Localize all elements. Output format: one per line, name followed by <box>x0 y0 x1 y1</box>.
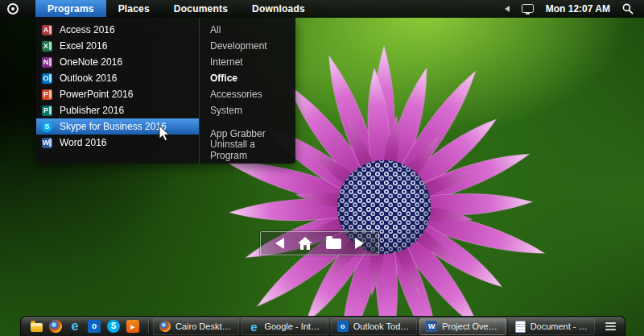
menu-item[interactable]: Programs <box>35 0 106 17</box>
forward-arrow-icon[interactable] <box>355 238 364 249</box>
window-title: Google - Intern... <box>264 321 321 331</box>
topbar-status-area: Mon 12:07 AM <box>505 3 644 15</box>
taskbar-window-button[interactable]: W Project Overvie... <box>419 318 506 335</box>
program-label: OneNote 2016 <box>60 56 122 68</box>
category-item[interactable]: System <box>200 102 295 118</box>
category-label: All <box>210 24 221 35</box>
program-menu-item[interactable]: X Excel 2016 <box>36 38 199 54</box>
taskbar-window-button[interactable]: o Outlook Today... <box>331 318 417 335</box>
window-app-icon <box>515 321 526 333</box>
category-footer-list: App Grabber Uninstall a Program <box>200 126 295 158</box>
program-label: PowerPoint 2016 <box>60 89 133 100</box>
app-icon: N <box>42 57 52 68</box>
taskbar-separator <box>148 319 149 334</box>
menu-item-label: Downloads <box>252 3 305 15</box>
taskbar-menu-button[interactable] <box>601 318 620 335</box>
program-label: Excel 2016 <box>60 40 107 52</box>
hamburger-icon <box>605 326 616 327</box>
category-label: Development <box>210 40 267 52</box>
taskbar-window-button[interactable]: Document - W... <box>509 318 595 335</box>
window-app-icon <box>159 321 171 332</box>
folder-icon[interactable] <box>326 239 341 249</box>
menu-item[interactable]: Places <box>106 0 162 17</box>
program-menu-item[interactable]: S Skype for Business 2016 <box>36 118 199 135</box>
program-label: Outlook 2016 <box>60 73 117 84</box>
program-menu-item[interactable]: W Word 2016 <box>36 135 199 151</box>
file-explorer[interactable] <box>31 323 43 332</box>
category-item[interactable]: Accessories <box>200 86 295 102</box>
programs-app-list: A Access 2016 X Excel 2016 N OneNote 201… <box>36 18 199 164</box>
cairo-menu-icon[interactable] <box>7 3 19 15</box>
menu-item[interactable]: Downloads <box>240 0 317 17</box>
menu-item[interactable]: Documents <box>162 0 240 17</box>
window-app-icon: e <box>248 321 259 332</box>
menu-item-label: Places <box>118 3 150 15</box>
collapse-arrow-icon[interactable] <box>505 6 510 12</box>
clock[interactable]: Mon 12:07 AM <box>546 3 610 15</box>
window-title: Cairo Desktop... <box>175 321 233 331</box>
taskbar: e o S ▶ Cairo Desktop... <box>20 316 625 336</box>
category-label: Office <box>210 73 237 84</box>
app-icon: O <box>42 73 52 84</box>
category-footer-item[interactable]: Uninstall a Program <box>200 142 295 158</box>
category-footer-label: Uninstall a Program <box>210 139 285 161</box>
search-icon[interactable] <box>622 3 634 15</box>
category-label: Accessories <box>210 89 262 100</box>
window-title: Project Overvie... <box>442 321 499 331</box>
app-icon: W <box>42 138 52 148</box>
menu-item-label: Programs <box>47 3 94 15</box>
category-list: All Development Internet Office <box>200 22 295 118</box>
program-label: Word 2016 <box>60 137 106 148</box>
menu-bar-items: Programs Places Documents Downloads <box>35 0 317 17</box>
program-menu-item[interactable]: N OneNote 2016 <box>36 54 199 70</box>
program-menu-item[interactable]: P PowerPoint 2016 <box>36 86 199 102</box>
quick-launch-area: e o S ▶ <box>26 320 144 333</box>
menu-item-label: Documents <box>174 3 228 15</box>
internet-explorer[interactable]: e <box>68 320 81 333</box>
programs-category-panel: All Development Internet Office <box>199 18 295 164</box>
window-app-icon: W <box>426 321 437 332</box>
category-label: Internet <box>210 56 243 68</box>
category-item[interactable]: All <box>200 22 295 38</box>
taskbar-window-buttons: Cairo Desktop... e Google - Intern... o … <box>153 318 595 335</box>
app-icon: X <box>42 41 52 52</box>
app-icon: P <box>42 89 52 100</box>
program-label: Access 2016 <box>60 24 115 35</box>
display-icon[interactable] <box>522 4 534 13</box>
window-app-icon: o <box>337 321 349 332</box>
category-label: System <box>210 105 242 116</box>
home-icon[interactable] <box>298 237 312 250</box>
window-title: Outlook Today... <box>353 321 411 331</box>
app-icon: P <box>42 106 52 116</box>
top-menu-bar: Programs Places Documents Downloads Mon … <box>0 0 644 18</box>
program-menu-item[interactable]: P Publisher 2016 <box>36 102 199 118</box>
category-item[interactable]: Office <box>200 70 295 86</box>
app-icon: A <box>42 25 52 35</box>
desktop-screen: Programs Places Documents Downloads Mon … <box>0 0 644 336</box>
program-label: Skype for Business 2016 <box>60 121 167 132</box>
outlook[interactable]: o <box>88 320 101 333</box>
programs-menu-flyout: A Access 2016 X Excel 2016 N OneNote 201… <box>36 18 295 164</box>
back-arrow-icon[interactable] <box>275 238 284 249</box>
window-title: Document - W... <box>530 321 588 331</box>
firefox[interactable] <box>49 320 62 333</box>
program-label: Publisher 2016 <box>60 105 124 116</box>
taskbar-window-button[interactable]: e Google - Intern... <box>242 318 328 335</box>
category-footer-label: App Grabber <box>210 128 266 139</box>
category-item[interactable]: Internet <box>200 54 295 70</box>
program-menu-item[interactable]: O Outlook 2016 <box>36 70 199 86</box>
desktop-navigation-bar <box>260 231 379 255</box>
category-item[interactable]: Development <box>200 38 295 54</box>
media-player[interactable]: ▶ <box>126 320 139 333</box>
skype[interactable]: S <box>107 320 120 333</box>
app-icon: S <box>42 122 52 132</box>
taskbar-window-button[interactable]: Cairo Desktop... <box>153 318 239 335</box>
program-menu-item[interactable]: A Access 2016 <box>36 22 199 38</box>
